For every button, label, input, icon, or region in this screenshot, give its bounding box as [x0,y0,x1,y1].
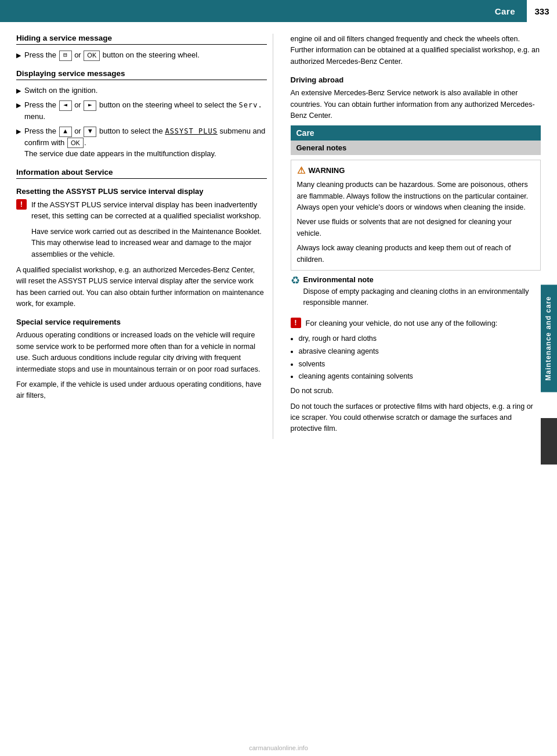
general-notes-bar: General notes [291,141,541,155]
displaying-bullet-2: ▶ Press the ◄ or ► button on the steerin… [16,99,267,122]
do-not-touch: Do not touch the surfaces or protective … [291,401,541,435]
displaying-bullet-3: ▶ Press the ▲ or ▼ button to select the … [16,125,267,160]
bullet-arrow: ▶ [16,51,21,60]
serv-menu: Serv. [239,101,263,109]
up-key: ▲ [59,127,72,137]
bullet-arrow-4: ▶ [16,127,21,136]
note-icon-red-2: ! [291,318,301,328]
sidebar-tab: Maintenance and care [541,285,557,392]
back-key: ⊟ [59,51,72,61]
displaying-bullet-1: ▶ Switch on the ignition. [16,85,267,96]
bullet-arrow-2: ▶ [16,86,21,96]
driving-abroad-heading: Driving abroad [291,75,541,84]
warning-box: ⚠ WARNING Many cleaning products can be … [291,160,541,271]
displaying-text-2: Press the ◄ or ► button on the steering … [24,99,267,122]
warning-text: Many cleaning products can be hazardous.… [297,179,535,265]
note-text-2: Have service work carried out as describ… [31,226,267,260]
para-2: Arduous operating conditions or increase… [16,330,267,375]
bullet-arrow-3: ▶ [16,100,21,110]
header-title: Care [495,6,527,16]
cleaning-note-text: For cleaning your vehicle, do not use an… [306,318,498,329]
header-bar: Care 333 [0,0,557,22]
left-column: Hiding a service message ▶ Press the ⊟ o… [16,34,273,439]
cleaning-note-block: ! For cleaning your vehicle, do not use … [291,318,541,329]
watermark: carmanualonline.info [249,744,308,751]
hiding-bullet-1: ▶ Press the ⊟ or OK button on the steeri… [16,49,267,61]
note-text-1: If the ASSYST PLUS service interval disp… [31,199,267,222]
env-icon: ♻ [291,274,300,287]
warning-title: ⚠ WARNING [297,165,535,176]
ok-key: OK [84,51,100,61]
warning-label: WARNING [309,166,345,175]
sub-heading-special: Special service requirements [16,318,267,326]
displaying-text-3: Press the ▲ or ▼ button to select the AS… [24,125,267,160]
section-info-heading: Information about Service [16,168,267,179]
warning-text-1: Many cleaning products can be hazardous.… [297,179,535,213]
sub-heading-resetting: Resetting the ASSYST PLUS service interv… [16,187,267,196]
main-content: Hiding a service message ▶ Press the ⊟ o… [0,22,557,451]
assyst-plus-text: ASSYST PLUS [165,127,217,135]
para-1: A qualified specialist workshop, e.g. an… [16,265,267,310]
care-heading-bar: Care [291,125,541,141]
env-note: ♻ Environmental note Dispose of empty pa… [291,275,541,313]
driving-abroad-text: An extensive Mercedes-Benz Service netwo… [291,88,541,121]
para-3: For example, if the vehicle is used unde… [16,379,267,402]
env-note-content: Environmental note Dispose of empty pack… [303,275,541,313]
list-item: cleaning agents containing solvents [299,371,541,382]
section-hiding-heading: Hiding a service message [16,34,267,45]
cleaning-list: dry, rough or hard cloths abrasive clean… [299,333,541,382]
note-icon-red-1: ! [16,199,27,210]
list-item: solvents [299,359,541,370]
right-column: engine oil and oil filters changed frequ… [285,34,541,439]
page-number: 333 [527,0,557,22]
list-item: abrasive cleaning agents [299,346,541,357]
do-not-scrub: Do not scrub. [291,386,541,397]
section-displaying-heading: Displaying service messages [16,69,267,80]
list-item: dry, rough or hard cloths [299,333,541,344]
warning-text-3: Always lock away cleaning products and k… [297,243,535,265]
down-key: ▼ [84,127,96,137]
displaying-text-1: Switch on the ignition. [24,85,267,96]
right-key: ► [84,100,96,111]
hiding-bullet-text: Press the ⊟ or OK button on the steering… [24,49,267,61]
warning-text-2: Never use fluids or solvents that are no… [297,217,535,239]
ok-key-2: OK [67,138,84,148]
env-note-text: Dispose of empty packaging and cleaning … [303,286,541,309]
sidebar-marker [541,418,557,465]
warning-triangle-icon: ⚠ [297,165,305,176]
env-note-label: Environmental note [303,275,541,284]
info-block-1: ! If the ASSYST PLUS service interval di… [16,199,267,222]
right-para-continue: engine oil and oil filters changed frequ… [291,34,541,67]
left-key: ◄ [59,100,72,111]
